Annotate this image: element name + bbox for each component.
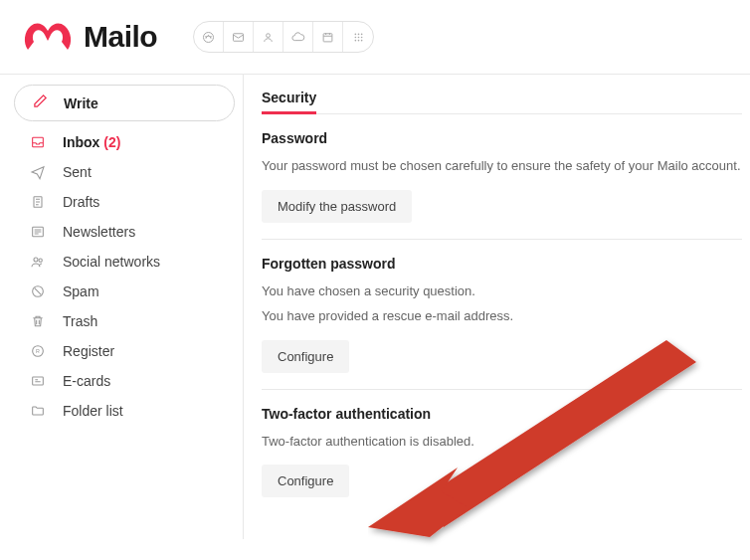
section-line: You have provided a rescue e-mail addres… [262,306,742,326]
apps-icon[interactable] [343,22,373,52]
section-title: Two-factor authentication [262,406,742,422]
section-title: Forgotten password [262,256,742,272]
logo[interactable]: Mailo [22,18,157,56]
inbox-icon [30,134,46,150]
tab-divider [262,113,742,114]
svg-point-9 [360,33,362,35]
svg-point-11 [357,36,359,38]
sidebar-item-ecards[interactable]: E-cards [14,366,235,396]
compose-button[interactable]: Write [14,85,235,121]
svg-point-1 [208,35,209,36]
folder-label: E-cards [63,373,110,389]
mailo-logo-icon [22,18,74,56]
section-desc: Your password must be chosen carefully t… [262,156,742,176]
sidebar-item-register[interactable]: R Register [14,336,235,366]
folder-label: Inbox(2) [63,134,120,150]
section-forgotten: Forgotten password You have chosen a sec… [262,256,742,390]
svg-point-8 [357,33,359,35]
social-icon [30,254,46,270]
folder-label: Drafts [63,194,99,210]
svg-point-13 [354,39,356,41]
svg-point-0 [204,32,214,42]
svg-rect-23 [33,377,44,385]
folder-list: Inbox(2) Sent Drafts Newsletters Social … [14,127,235,426]
compose-label: Write [64,95,98,111]
svg-text:R: R [36,348,40,354]
svg-rect-4 [234,33,244,41]
svg-point-19 [39,259,42,262]
dashboard-icon[interactable] [194,22,224,52]
sent-icon [30,164,46,180]
svg-point-18 [34,258,38,262]
configure-forgotten-button[interactable]: Configure [262,340,349,373]
section-twofa: Two-factor authentication Two-factor aut… [262,406,742,514]
folder-label: Newsletters [63,224,135,240]
contacts-icon[interactable] [254,22,283,52]
main-panel: Security Password Your password must be … [244,75,750,539]
content: Write Inbox(2) Sent Drafts Newsletters S… [0,74,750,539]
trash-icon [30,313,46,329]
section-line: You have chosen a security question. [262,281,742,301]
section-password: Password Your password must be chosen ca… [262,130,742,240]
svg-point-12 [360,36,362,38]
pencil-icon [33,93,48,112]
folder-label: Register [63,343,114,359]
sidebar-item-trash[interactable]: Trash [14,306,235,336]
tab-security[interactable]: Security [262,90,316,114]
sidebar: Write Inbox(2) Sent Drafts Newsletters S… [0,75,244,539]
svg-point-14 [357,39,359,41]
section-desc: Two-factor authentication is disabled. [262,432,742,452]
modify-password-button[interactable]: Modify the password [262,190,412,223]
spam-icon [30,283,46,299]
svg-point-15 [360,39,362,41]
folder-label: Sent [63,164,92,180]
sidebar-item-sent[interactable]: Sent [14,157,235,187]
sidebar-item-inbox[interactable]: Inbox(2) [14,127,235,157]
folder-label: Spam [63,283,99,299]
section-title: Password [262,130,742,146]
folder-label: Trash [63,313,97,329]
sidebar-item-social[interactable]: Social networks [14,247,235,277]
sidebar-item-folderlist[interactable]: Folder list [14,396,235,426]
svg-point-10 [354,36,356,38]
sidebar-item-newsletters[interactable]: Newsletters [14,217,235,247]
svg-rect-6 [323,33,332,41]
folder-label: Folder list [63,403,123,419]
header-toolbar [193,21,374,53]
ecards-icon [30,373,46,389]
calendar-icon[interactable] [313,22,343,52]
mail-icon[interactable] [224,22,254,52]
drafts-icon [30,194,46,210]
folder-label: Social networks [63,254,160,270]
svg-point-3 [211,36,212,37]
sidebar-item-drafts[interactable]: Drafts [14,187,235,217]
configure-twofa-button[interactable]: Configure [262,465,349,497]
cloud-icon[interactable] [283,22,313,52]
header: Mailo [0,0,750,74]
svg-point-7 [354,33,356,35]
sidebar-item-spam[interactable]: Spam [14,277,235,306]
register-icon: R [30,343,46,359]
svg-point-5 [267,33,271,37]
folder-icon [30,403,46,419]
newsletters-icon [30,224,46,240]
svg-point-2 [206,36,207,37]
brand-name: Mailo [84,20,157,54]
